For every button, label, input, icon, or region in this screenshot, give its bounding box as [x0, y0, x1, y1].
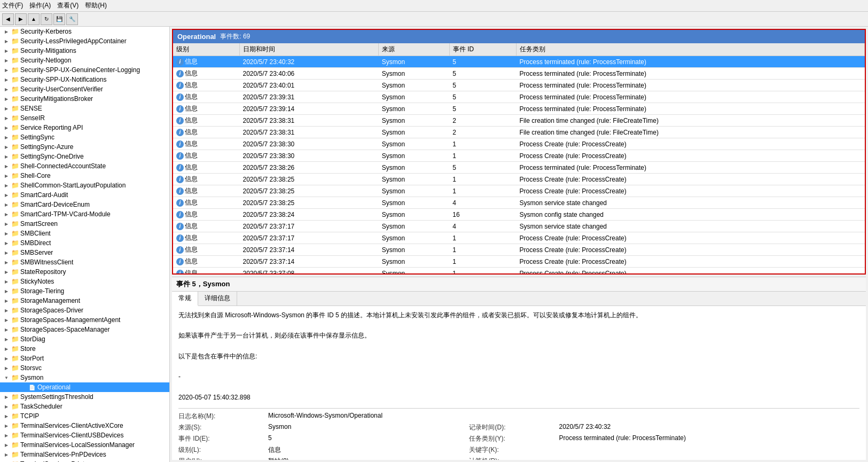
toolbar-forward-button[interactable]: ▶ — [15, 13, 27, 25]
tree-item-service-reporting-api[interactable]: 📁Service Reporting API — [0, 123, 169, 132]
tree-item-smartcard-tpm-vcard-module[interactable]: 📁SmartCard-TPM-VCard-Module — [0, 209, 169, 219]
expand-icon-storagespaces-spacemanager[interactable] — [2, 325, 11, 334]
expand-icon-security-spp-ux-genuine[interactable] — [2, 66, 11, 74]
tree-item-storport[interactable]: 📁StorPort — [0, 354, 169, 363]
table-row[interactable]: i信息2020/5/7 23:38:30Sysmon1Process Creat… — [173, 150, 865, 162]
expand-icon-stordiag[interactable] — [2, 335, 11, 343]
tree-item-storagespaces-managementagent[interactable]: 📁StorageSpaces-ManagementAgent — [0, 315, 169, 325]
table-row[interactable]: i信息2020/5/7 23:37:14Sysmon1Process Creat… — [173, 256, 865, 268]
tree-item-security-mitigations-broker[interactable]: 📁SecurityMitigationsBroker — [0, 94, 169, 104]
tree-item-terminalservices-pnpdevices[interactable]: 📁TerminalServices-PnPDevices — [0, 450, 169, 459]
expand-icon-storagespaces-managementagent[interactable] — [2, 316, 11, 324]
toolbar-up-button[interactable]: ▲ — [28, 13, 40, 25]
expand-icon-smartcard-deviceenum[interactable] — [2, 200, 11, 209]
tree-item-smbserver[interactable]: 📁SMBServer — [0, 248, 169, 257]
table-row[interactable]: i信息2020/5/7 23:38:24Sysmon16Sysmon confi… — [173, 209, 865, 221]
tree-item-smbdirect[interactable]: 📁SMBDirect — [0, 238, 169, 248]
menu-file[interactable]: 文件(F) — [2, 1, 23, 10]
table-row[interactable]: i信息2020/5/7 23:40:01Sysmon5Process termi… — [173, 80, 865, 91]
expand-icon-settingsync[interactable] — [2, 133, 11, 142]
tree-item-security-spp-ux-genuine[interactable]: 📁Security-SPP-UX-GenuineCenter-Logging — [0, 65, 169, 75]
expand-icon-service-reporting-api[interactable] — [2, 123, 11, 132]
expand-icon-terminalservices-pnpdevices[interactable] — [2, 450, 11, 459]
tree-item-security-mitigations[interactable]: 📁Security-Mitigations — [0, 46, 169, 56]
table-row[interactable]: i信息2020/5/7 23:37:08Sysmon1Process Creat… — [173, 268, 865, 274]
tree-item-security-netlogon[interactable]: 📁Security-Netlogon — [0, 56, 169, 65]
expand-icon-security-kerberos[interactable] — [2, 27, 11, 36]
tree-item-storagespaces-driver[interactable]: 📁StorageSpaces-Driver — [0, 306, 169, 315]
expand-icon-security-lessprivileged[interactable] — [2, 37, 11, 45]
expand-icon-settingsync-onedrive[interactable] — [2, 152, 11, 161]
toolbar-refresh-button[interactable]: ↻ — [41, 13, 52, 25]
tree-item-stickynotes[interactable]: 📁StickyNotes — [0, 277, 169, 286]
expand-icon-storport[interactable] — [2, 354, 11, 363]
tree-item-security-kerberos[interactable]: 📁Security-Kerberos — [0, 27, 169, 36]
tree-item-terminalservices-localsessionmanager[interactable]: 📁TerminalServices-LocalSessionManager — [0, 440, 169, 450]
tree-item-storagemanagement[interactable]: 📁StorageManagement — [0, 296, 169, 306]
tree-item-terminalservices-printer[interactable]: 📁TerminalServices-Printer — [0, 459, 169, 462]
table-row[interactable]: i信息2020/5/7 23:38:30Sysmon1Process Creat… — [173, 138, 865, 150]
expand-icon-senseir[interactable] — [2, 114, 11, 122]
expand-icon-storagemanagement[interactable] — [2, 296, 11, 305]
tree-item-shellcommon-startlayoutpopulation[interactable]: 📁ShellCommon-StartLayoutPopulation — [0, 181, 169, 190]
expand-icon-sense[interactable] — [2, 104, 11, 113]
tree-item-sysmon[interactable]: 📁Sysmon — [0, 373, 169, 382]
event-table-container[interactable]: 级别 日期和时间 来源 事件 ID 任务类别 i信息2020/5/7 23:40… — [173, 43, 865, 273]
toolbar-save-button[interactable]: 💾 — [53, 13, 65, 25]
table-row[interactable]: i信息2020/5/7 23:40:06Sysmon5Process termi… — [173, 68, 865, 80]
tree-item-shell-core[interactable]: 📁Shell-Core — [0, 171, 169, 181]
table-row[interactable]: i信息2020/5/7 23:40:32Sysmon5Process termi… — [173, 56, 865, 68]
tree-item-storagespaces-spacemanager[interactable]: 📁StorageSpaces-SpaceManager — [0, 325, 169, 334]
tree-item-tcpip[interactable]: 📁TCPIP — [0, 411, 169, 421]
expand-icon-stickynotes[interactable] — [2, 277, 11, 286]
expand-icon-smartscreen[interactable] — [2, 220, 11, 228]
expand-icon-terminalservices-localsessionmanager[interactable] — [2, 441, 11, 449]
expand-icon-security-netlogon[interactable] — [2, 56, 11, 65]
tree-item-staterepository[interactable]: 📁StateRepository — [0, 267, 169, 277]
expand-icon-smbwitnessclient[interactable] — [2, 258, 11, 267]
expand-icon-shell-core[interactable] — [2, 171, 11, 180]
tab-general[interactable]: 常规 — [172, 292, 198, 306]
expand-icon-store[interactable] — [2, 344, 11, 353]
tree-item-terminalservices-clientactivexcore[interactable]: 📁TerminalServices-ClientActiveXCore — [0, 421, 169, 430]
tree-item-smbclient[interactable]: 📁SMBClient — [0, 229, 169, 238]
tree-item-taskscheduler[interactable]: 📁TaskScheduler — [0, 402, 169, 411]
table-row[interactable]: i信息2020/5/7 23:38:31Sysmon2File creation… — [173, 115, 865, 127]
expand-icon-taskscheduler[interactable] — [2, 402, 11, 411]
expand-icon-smbclient[interactable] — [2, 229, 11, 238]
expand-icon-security-spp-ux-notifications[interactable] — [2, 75, 11, 84]
expand-icon-shellcommon-startlayoutpopulation[interactable] — [2, 181, 11, 190]
expand-icon-storage-tiering[interactable] — [2, 287, 11, 295]
table-row[interactable]: i信息2020/5/7 23:38:26Sysmon5Process termi… — [173, 162, 865, 174]
tree-item-settingsync-azure[interactable]: 📁SettingSync-Azure — [0, 142, 169, 152]
table-row[interactable]: i信息2020/5/7 23:37:17Sysmon4Sysmon servic… — [173, 221, 865, 232]
tree-item-smbwitnessclient[interactable]: 📁SMBWitnessClient — [0, 257, 169, 267]
expand-icon-security-mitigations-broker[interactable] — [2, 95, 11, 103]
tree-item-storage-tiering[interactable]: 📁Storage-Tiering — [0, 286, 169, 296]
expand-icon-staterepository[interactable] — [2, 268, 11, 276]
tree-item-smartcard-deviceenum[interactable]: 📁SmartCard-DeviceEnum — [0, 200, 169, 209]
tree-item-smartcard-audit[interactable]: 📁SmartCard-Audit — [0, 190, 169, 200]
expand-icon-terminalservices-clientusbdevices[interactable] — [2, 431, 11, 440]
menu-action[interactable]: 操作(A) — [29, 1, 51, 10]
expand-icon-storsvc[interactable] — [2, 364, 11, 372]
table-row[interactable]: i信息2020/5/7 23:38:31Sysmon2File creation… — [173, 127, 865, 138]
table-row[interactable]: i信息2020/5/7 23:38:25Sysmon4Sysmon servic… — [173, 197, 865, 209]
tree-item-storsvc[interactable]: 📁Storsvc — [0, 363, 169, 373]
tree-item-shell-connectedaccountstate[interactable]: 📁Shell-ConnectedAccountState — [0, 161, 169, 171]
expand-icon-settingsync-azure[interactable] — [2, 143, 11, 151]
expand-icon-smartcard-tpm-vcard-module[interactable] — [2, 210, 11, 218]
expand-icon-smbserver[interactable] — [2, 248, 11, 257]
tab-details[interactable]: 详细信息 — [198, 292, 237, 306]
expand-icon-shell-connectedaccountstate[interactable] — [2, 162, 11, 170]
expand-icon-security-userconsentverifier[interactable] — [2, 85, 11, 93]
tree-item-security-spp-ux-notifications[interactable]: 📁Security-SPP-UX-Notifications — [0, 75, 169, 84]
tree-item-sysmon-operational[interactable]: 📄Operational — [0, 382, 169, 392]
menu-help[interactable]: 帮助(H) — [85, 1, 107, 10]
table-row[interactable]: i信息2020/5/7 23:39:14Sysmon5Process termi… — [173, 103, 865, 115]
expand-icon-storagespaces-driver[interactable] — [2, 306, 11, 315]
table-row[interactable]: i信息2020/5/7 23:37:14Sysmon1Process Creat… — [173, 244, 865, 256]
expand-icon-security-mitigations[interactable] — [2, 46, 11, 55]
toolbar-properties-button[interactable]: 🔧 — [66, 13, 78, 25]
table-row[interactable]: i信息2020/5/7 23:39:31Sysmon5Process termi… — [173, 91, 865, 103]
